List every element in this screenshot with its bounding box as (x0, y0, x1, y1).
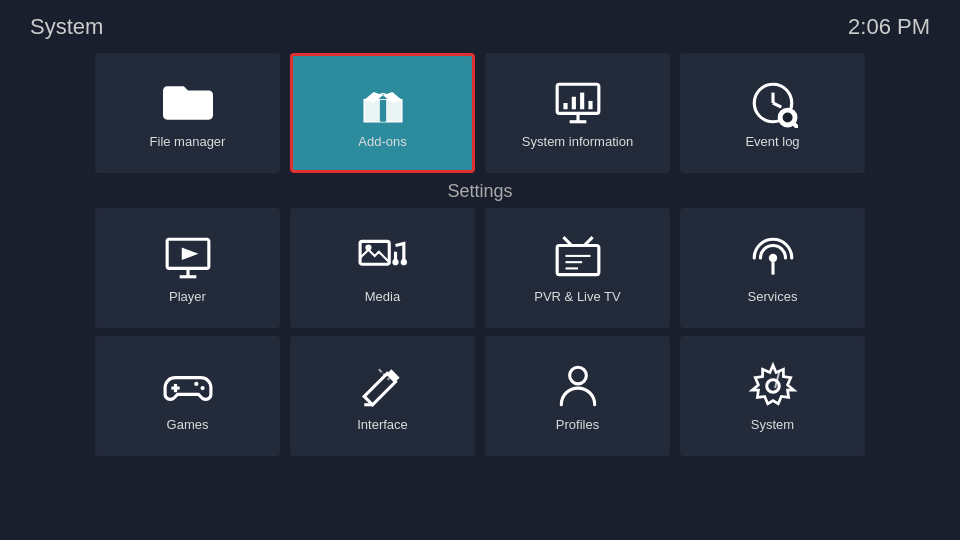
svg-point-35 (200, 386, 204, 390)
header: System 2:06 PM (0, 0, 960, 48)
tile-games[interactable]: Games (95, 336, 280, 456)
services-icon (748, 233, 798, 283)
tile-media[interactable]: Media (290, 208, 475, 328)
tile-label-pvr: PVR & Live TV (534, 289, 620, 304)
tile-system-information[interactable]: System information (485, 53, 670, 173)
svg-point-30 (769, 254, 775, 260)
tile-file-manager[interactable]: File manager (95, 53, 280, 173)
tile-label-player: Player (169, 289, 206, 304)
tile-event-log[interactable]: Event log (680, 53, 865, 173)
svg-rect-5 (563, 103, 567, 109)
tile-label-media: Media (365, 289, 400, 304)
settings-row-2: Games Interface Profiles Syste (0, 336, 960, 456)
interface-icon (358, 361, 408, 411)
svg-rect-7 (580, 92, 584, 109)
page-title: System (30, 14, 103, 40)
svg-rect-8 (588, 100, 592, 108)
svg-marker-18 (181, 247, 198, 260)
addons-icon (358, 78, 408, 128)
tile-add-ons[interactable]: Add-ons (290, 53, 475, 173)
tile-label-system: System (751, 417, 794, 432)
svg-point-34 (194, 381, 198, 385)
svg-rect-23 (557, 245, 599, 274)
tile-interface[interactable]: Interface (290, 336, 475, 456)
tile-label-games: Games (167, 417, 209, 432)
tile-services[interactable]: Services (680, 208, 865, 328)
media-icon (358, 233, 408, 283)
eventlog-icon (748, 78, 798, 128)
tile-label-interface: Interface (357, 417, 408, 432)
svg-line-13 (793, 123, 797, 127)
tile-label-profiles: Profiles (556, 417, 599, 432)
profiles-icon (553, 361, 603, 411)
clock: 2:06 PM (848, 14, 930, 40)
tile-label-file-manager: File manager (150, 134, 226, 149)
tile-pvr[interactable]: PVR & Live TV (485, 208, 670, 328)
svg-rect-1 (379, 99, 385, 121)
system-icon (748, 361, 798, 411)
svg-point-22 (400, 259, 406, 265)
tile-label-system-information: System information (522, 134, 633, 149)
top-row: File manager Add-ons (0, 53, 960, 173)
svg-line-11 (773, 103, 781, 107)
svg-rect-6 (571, 96, 575, 109)
tile-player[interactable]: Player (95, 208, 280, 328)
sysinfo-icon (553, 78, 603, 128)
player-icon (163, 233, 213, 283)
tile-label-add-ons: Add-ons (358, 134, 406, 149)
svg-point-21 (392, 259, 398, 265)
tile-label-event-log: Event log (745, 134, 799, 149)
settings-label: Settings (0, 181, 960, 202)
tile-profiles[interactable]: Profiles (485, 336, 670, 456)
tile-system[interactable]: System (680, 336, 865, 456)
settings-row-1: Player Media PVR & Live TV (0, 208, 960, 328)
games-icon (163, 361, 213, 411)
pvr-icon (553, 233, 603, 283)
folder-icon (163, 78, 213, 128)
tile-label-services: Services (748, 289, 798, 304)
svg-point-37 (569, 367, 586, 384)
